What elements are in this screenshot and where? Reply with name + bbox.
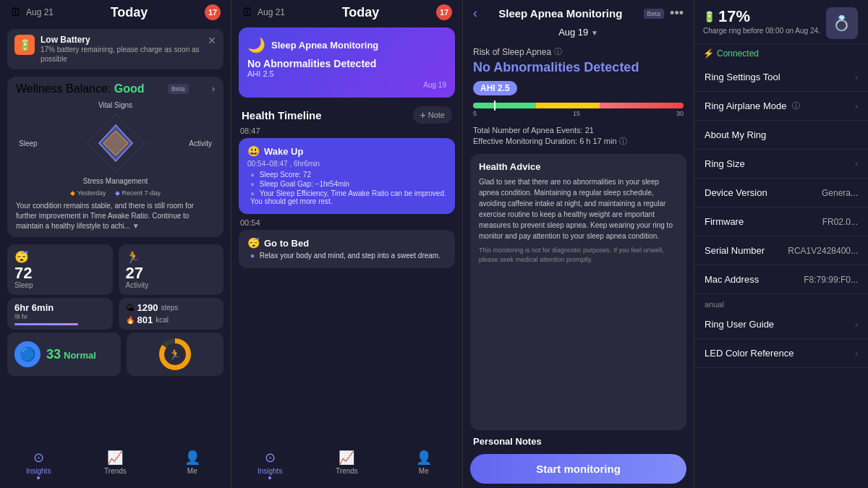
duration-line: Effective Monitoring Duration: 6 h 17 mi… (473, 136, 684, 147)
sleep-stat-card[interactable]: 😴 72 Sleep (7, 244, 113, 295)
show-more-btn[interactable]: ▼ (132, 222, 140, 230)
arrow-icon-1: › (855, 101, 858, 111)
activity-stat-card[interactable]: 🏃 27 Activity (119, 244, 224, 295)
steps-card[interactable]: 🌤 1290 steps 🔥 801 kcal (119, 298, 224, 330)
label-stress: Stress Management (83, 177, 148, 185)
settings-about-ring[interactable]: About My Ring (694, 121, 868, 150)
start-monitoring-button[interactable]: Start monitoring (470, 454, 686, 484)
stats-row: 😴 72 Sleep 🏃 27 Activity (7, 244, 224, 295)
add-note-button[interactable]: + Note (413, 106, 452, 124)
nav-indicator-2 (268, 476, 271, 479)
notification-badge-1[interactable]: 17 (205, 4, 221, 20)
airplane-info-icon[interactable]: ⓘ (792, 100, 800, 111)
legend-recent: ◆ Recent 7-day (115, 189, 161, 197)
trends-label-1: Trends (104, 467, 127, 475)
sleep-label: Sleep (14, 281, 33, 289)
event-bullet-2-0: ● Relax your body and mind, and step int… (247, 252, 446, 260)
ahi-chip: AHI 2.5 (473, 81, 517, 95)
bottom-nav-2: ⊙ Insights 📈 Trends 👤 Me (231, 444, 462, 488)
nav-insights-2[interactable]: ⊙ Insights (231, 450, 308, 479)
settings-ring-size[interactable]: Ring Size › (694, 150, 868, 179)
kcal-icon: 🔥 (126, 316, 135, 324)
nav-me-1[interactable]: 👤 Me (154, 450, 231, 479)
serial-value: RCA1V2428400... (788, 246, 858, 256)
ring-thumbnail: 💍 (826, 7, 858, 39)
apnea-scale-bar (473, 103, 684, 108)
event-card-2[interactable]: 😴 Go to Bed ● Relax your body and mind, … (239, 230, 455, 268)
more-options-btn[interactable]: ••• (670, 6, 684, 21)
bullet-dot: ● (250, 189, 255, 197)
settings-device-version[interactable]: Device Version Genera... (694, 179, 868, 207)
status-left-2: 🗓 Aug 21 (242, 6, 285, 19)
panel-insights: 🗓 Aug 21 Today 17 🔋 Low Battery 17% batt… (0, 0, 231, 488)
activity-ring-card[interactable]: 🏃 (127, 333, 224, 376)
panel-sleep-apnea-detail: ‹ Sleep Apnea Monitoring Beta ••• Aug 19… (463, 0, 694, 488)
nav-insights-1[interactable]: ⊙ Insights (0, 450, 77, 479)
event-time-1: 08:47 (239, 127, 455, 135)
p3-date-selector[interactable]: Aug 19 ▼ (463, 24, 694, 40)
health-advice-disclaimer: This monitoring is not for diagnostic pu… (479, 246, 678, 264)
arrow-icon-0: › (855, 72, 858, 82)
wake-up-icon: 😃 (247, 145, 260, 157)
event-bullet-1-2: ● Your Sleep Efficiency, Time Awake Rati… (247, 189, 446, 205)
apnea-stats: Total Number of Apnea Events: 21 Effecti… (463, 126, 694, 148)
panel-health-timeline: 🗓 Aug 21 Today 17 🌙 Sleep Apnea Monitori… (231, 0, 463, 488)
chevron-right-icon[interactable]: › (212, 84, 215, 94)
insights-icon-2: ⊙ (265, 450, 276, 466)
settings-firmware[interactable]: Firmware FR02.0... (694, 207, 868, 236)
beta-tag-p3: Beta (644, 9, 665, 19)
apnea-risk-info-icon[interactable]: ⓘ (554, 46, 562, 57)
sleep-apnea-card[interactable]: 🌙 Sleep Apnea Monitoring No Abnormalitie… (239, 27, 455, 98)
about-ring-label: About My Ring (705, 129, 766, 140)
bullet-dot: ● (250, 171, 255, 179)
apnea-marker (494, 100, 495, 111)
wellness-title: Wellness Balance: Good (16, 82, 145, 95)
date-2: Aug 21 (258, 7, 285, 17)
settings-led-color[interactable]: LED Color Reference › (694, 339, 868, 368)
sa-status: No Abnormalities Detected (247, 58, 446, 69)
me-icon-1: 👤 (184, 450, 200, 466)
event-card-1[interactable]: 😃 Wake Up 00:54–08:47 , 6hr6min ● Sleep … (239, 138, 455, 214)
stress-card[interactable]: 🔵 33 Normal (7, 333, 121, 376)
serial-label: Serial Number (705, 245, 765, 256)
manual-section-label: anual (694, 294, 868, 310)
trends-icon-2: 📈 (339, 450, 354, 466)
calendar-icon-2: 🗓 (242, 6, 253, 19)
plus-icon: + (420, 109, 426, 121)
sleep-progress-bar (14, 323, 78, 325)
settings-serial: Serial Number RCA1V2428400... (694, 236, 868, 265)
sa-ahi: AHI 2.5 (247, 69, 446, 78)
settings-airplane-mode[interactable]: Ring Airplane Mode ⓘ › (694, 92, 868, 121)
calendar-icon: 🗓 (10, 6, 22, 19)
add-note-label: Note (428, 111, 445, 119)
back-button[interactable]: ‹ (473, 6, 477, 21)
p3-header: ‹ Sleep Apnea Monitoring Beta ••• (463, 0, 694, 24)
timeline-event-2: 00:54 😴 Go to Bed ● Relax your body and … (239, 218, 455, 268)
apnea-risk-title: Risk of Sleep Apnea ⓘ (473, 46, 684, 57)
duration-info-icon[interactable]: ⓘ (619, 137, 627, 145)
status-left: 🗓 Aug 21 (10, 6, 54, 19)
label-sleep: Sleep (19, 140, 38, 147)
connection-status: ⚡ Connected (703, 48, 859, 59)
settings-user-guide[interactable]: Ring User Guide › (694, 310, 868, 339)
p3-title: Sleep Apnea Monitoring (483, 7, 638, 20)
nav-trends-2[interactable]: 📈 Trends (308, 450, 385, 479)
scale-label-1: 15 (573, 110, 580, 117)
settings-list: Ring Settings Tool › Ring Airplane Mode … (694, 63, 868, 488)
apnea-scale-labels: 5 15 30 (473, 110, 684, 117)
nav-me-2[interactable]: 👤 Me (386, 450, 462, 479)
nav-trends-1[interactable]: 📈 Trends (77, 450, 153, 479)
health-advice-title: Health Advice (479, 161, 678, 172)
timeline-event-1: 08:47 😃 Wake Up 00:54–08:47 , 6hr6min ● … (239, 127, 455, 214)
close-battery-btn[interactable]: ✕ (208, 35, 216, 46)
notification-badge-2[interactable]: 17 (436, 4, 452, 20)
activity-ring-icon: 🏃 (159, 338, 191, 370)
arrow-icon-guide: › (855, 320, 858, 330)
health-advice-card: Health Advice Glad to see that there are… (470, 154, 686, 430)
settings-ring-tool[interactable]: Ring Settings Tool › (694, 63, 868, 92)
event-bullet-1-0: ● Sleep Score: 72 (247, 171, 446, 179)
go-to-bed-icon: 😴 (247, 237, 260, 249)
tc-header-2: 😴 Go to Bed (247, 237, 446, 249)
sleep-time-card[interactable]: 6hr 6min /8 hr (7, 298, 113, 330)
today-title-2: Today (342, 5, 380, 20)
